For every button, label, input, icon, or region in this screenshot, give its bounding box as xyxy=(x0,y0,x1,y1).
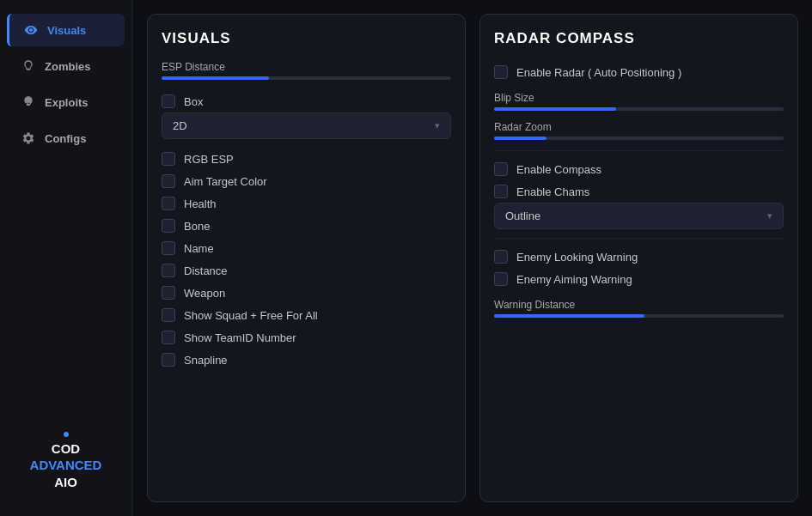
esp-distance-slider[interactable] xyxy=(162,76,451,80)
aim-target-color-checkbox[interactable] xyxy=(162,174,175,188)
aim-target-color-row: Aim Target Color xyxy=(162,170,451,192)
distance-checkbox[interactable] xyxy=(162,264,175,277)
main-content: VISUALS ESP Distance Box 2D ▾ RGB ESP Ai… xyxy=(133,0,812,516)
weapon-label: Weapon xyxy=(184,287,225,300)
name-row: Name xyxy=(162,237,451,259)
esp-distance-label: ESP Distance xyxy=(162,61,451,73)
logo-line1: COD xyxy=(0,440,131,458)
box-type-dropdown[interactable]: 2D ▾ xyxy=(162,112,451,139)
distance-row: Distance xyxy=(162,259,451,282)
chams-dropdown-value: Outline xyxy=(505,209,540,222)
box-row: Box xyxy=(162,90,451,112)
chams-chevron-down-icon: ▾ xyxy=(767,210,772,222)
logo-dot xyxy=(64,432,69,437)
bone-label: Bone xyxy=(184,220,210,233)
show-teamid-checkbox[interactable] xyxy=(162,331,175,344)
enable-compass-checkbox[interactable] xyxy=(494,162,508,176)
show-squad-row: Show Squad + Free For All xyxy=(162,304,451,326)
zombies-icon xyxy=(21,58,36,74)
bone-row: Bone xyxy=(162,215,451,237)
enemy-looking-label: Enemy Looking Warning xyxy=(516,251,638,264)
logo-line2: ADVANCED xyxy=(0,457,131,474)
sidebar-item-configs-label: Configs xyxy=(45,132,86,145)
bone-checkbox[interactable] xyxy=(162,219,175,233)
eye-icon xyxy=(23,22,39,38)
enemy-looking-row: Enemy Looking Warning xyxy=(494,246,784,268)
esp-distance-fill xyxy=(162,76,269,80)
weapon-row: Weapon xyxy=(162,282,451,304)
box-label: Box xyxy=(184,95,203,108)
warning-distance-fill xyxy=(494,314,644,318)
box-checkbox[interactable] xyxy=(162,94,175,108)
enable-chams-label: Enable Chams xyxy=(516,185,589,198)
blip-size-slider[interactable] xyxy=(494,107,784,111)
enemy-aiming-label: Enemy Aiming Warning xyxy=(516,273,632,286)
show-teamid-row: Show TeamID Number xyxy=(162,326,451,349)
name-checkbox[interactable] xyxy=(162,241,175,255)
logo-line3: AIO xyxy=(0,474,131,491)
show-squad-checkbox[interactable] xyxy=(162,308,175,322)
enable-radar-label: Enable Radar ( Auto Positioning ) xyxy=(516,66,681,79)
sidebar-item-exploits-label: Exploits xyxy=(45,96,89,109)
sidebar-item-configs[interactable]: Configs xyxy=(7,122,125,155)
sidebar-item-zombies-label: Zombies xyxy=(45,60,90,73)
divider-1 xyxy=(494,150,784,151)
radar-zoom-label: Radar Zoom xyxy=(494,121,784,133)
weapon-checkbox[interactable] xyxy=(162,286,175,300)
snapline-label: Snapline xyxy=(184,354,228,367)
enable-radar-row: Enable Radar ( Auto Positioning ) xyxy=(494,61,784,83)
health-row: Health xyxy=(162,192,451,215)
show-teamid-label: Show TeamID Number xyxy=(184,331,296,344)
gear-icon xyxy=(21,131,36,146)
rgb-esp-label: RGB ESP xyxy=(184,153,234,166)
radar-zoom-fill xyxy=(494,137,546,140)
health-checkbox[interactable] xyxy=(162,197,175,210)
radar-title: RADAR COMPASS xyxy=(494,30,784,47)
aim-target-color-label: Aim Target Color xyxy=(184,175,267,188)
sidebar-item-visuals-label: Visuals xyxy=(47,24,86,37)
dropdown-value: 2D xyxy=(173,119,187,132)
enemy-looking-checkbox[interactable] xyxy=(494,250,508,264)
warning-distance-slider[interactable] xyxy=(494,314,784,318)
snapline-row: Snapline xyxy=(162,349,451,371)
show-squad-label: Show Squad + Free For All xyxy=(184,309,318,322)
name-label: Name xyxy=(184,242,214,255)
divider-2 xyxy=(494,238,784,239)
distance-label: Distance xyxy=(184,264,228,277)
snapline-checkbox[interactable] xyxy=(162,353,175,367)
sidebar-item-exploits[interactable]: Exploits xyxy=(7,86,125,118)
visuals-panel: VISUALS ESP Distance Box 2D ▾ RGB ESP Ai… xyxy=(147,14,466,502)
enable-compass-row: Enable Compass xyxy=(494,158,784,180)
enable-chams-row: Enable Chams xyxy=(494,180,784,203)
sidebar-item-zombies[interactable]: Zombies xyxy=(7,50,125,82)
skull-icon xyxy=(21,94,36,110)
rgb-esp-row: RGB ESP xyxy=(162,148,451,170)
enable-chams-checkbox[interactable] xyxy=(494,185,508,198)
chams-type-dropdown[interactable]: Outline ▾ xyxy=(494,203,784,229)
health-label: Health xyxy=(184,197,217,210)
rgb-esp-checkbox[interactable] xyxy=(162,152,175,166)
warning-distance-label: Warning Distance xyxy=(494,299,784,311)
radar-zoom-slider[interactable] xyxy=(494,137,784,140)
sidebar-item-visuals[interactable]: Visuals xyxy=(7,14,125,46)
app-logo: COD ADVANCED AIO xyxy=(0,432,131,491)
radar-panel: RADAR COMPASS Enable Radar ( Auto Positi… xyxy=(479,14,798,502)
enemy-aiming-row: Enemy Aiming Warning xyxy=(494,268,784,290)
enable-compass-label: Enable Compass xyxy=(516,163,601,176)
blip-size-fill xyxy=(494,107,616,111)
sidebar: Visuals Zombies Exploits Configs COD ADV… xyxy=(0,0,133,516)
visuals-title: VISUALS xyxy=(162,30,451,47)
enable-radar-checkbox[interactable] xyxy=(494,65,508,79)
chevron-down-icon: ▾ xyxy=(435,120,440,131)
enemy-aiming-checkbox[interactable] xyxy=(494,272,508,286)
blip-size-label: Blip Size xyxy=(494,92,784,104)
